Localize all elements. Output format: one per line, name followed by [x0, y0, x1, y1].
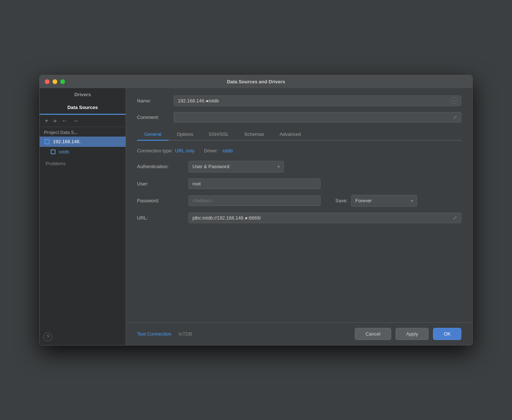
sidebar-section-label: Project Data S... — [40, 127, 126, 137]
test-connection-link[interactable]: Test Connection — [137, 331, 171, 337]
sidebar-problems: Problems — [40, 157, 126, 170]
apply-button[interactable]: Apply — [396, 328, 429, 340]
auth-row: Authentication: User & Password ▾ — [137, 161, 461, 173]
help-button[interactable]: ? — [43, 333, 52, 341]
sidebar-tabs: Drivers Data Sources — [40, 88, 126, 115]
iotdb-label: iotdb — [59, 149, 69, 155]
tab-ssh-ssl[interactable]: SSH/SSL — [201, 128, 236, 141]
conn-type-label: Connection type: — [137, 148, 173, 153]
footer-actions: Cancel Apply OK — [355, 328, 461, 340]
tab-options[interactable]: Options — [169, 128, 201, 141]
name-icon: ○ — [451, 97, 457, 104]
footer-left: Test Connection IoTDB — [137, 331, 192, 337]
driver-label: Driver: — [204, 148, 218, 153]
comment-row: Comment: ⤢ — [137, 112, 461, 123]
tab-schemas[interactable]: Schemas — [237, 128, 271, 141]
auth-dropdown-icon: ▾ — [278, 164, 280, 169]
datasource-icon — [44, 139, 50, 145]
window-controls — [45, 79, 65, 84]
comment-label: Comment: — [137, 115, 174, 120]
dialog: Data Sources and Drivers Drivers Data So… — [39, 75, 473, 345]
connection-type-row: Connection type: URL only Driver: iotdb — [137, 148, 461, 153]
auth-select[interactable]: User & Password ▾ — [188, 161, 284, 173]
footer-bar: Test Connection IoTDB Cancel Apply OK — [126, 322, 472, 345]
sidebar-tab-datasources[interactable]: Data Sources — [40, 101, 126, 115]
driver-value[interactable]: iotdb — [223, 148, 233, 153]
url-expand-icon[interactable]: ⤢ — [453, 215, 457, 221]
auth-label: Authentication: — [137, 164, 188, 169]
dialog-title: Data Sources and Drivers — [227, 79, 285, 84]
save-select[interactable]: Forever ▾ — [351, 195, 417, 207]
maximize-button[interactable] — [60, 79, 65, 84]
user-input[interactable] — [188, 178, 321, 189]
back-button[interactable]: ← — [60, 117, 69, 124]
content-area: Name: ○ Comment: ⤢ — [126, 88, 472, 345]
name-input-wrapper: ○ — [174, 95, 461, 106]
sidebar-tab-drivers[interactable]: Drivers — [40, 88, 126, 101]
close-button[interactable] — [45, 79, 50, 84]
save-value: Forever — [355, 198, 408, 203]
name-input[interactable] — [178, 96, 451, 106]
auth-value: User & Password — [192, 164, 275, 169]
name-label: Name: — [137, 98, 174, 104]
expand-icon[interactable]: ⤢ — [453, 114, 457, 120]
minimize-button[interactable] — [53, 79, 57, 84]
cancel-button[interactable]: Cancel — [355, 328, 391, 340]
save-dropdown-icon: ▾ — [411, 198, 413, 203]
main-body: Drivers Data Sources + » ← → Project Dat… — [40, 88, 472, 345]
datasource-label: 192.168.146. — [53, 139, 81, 144]
password-label: Password: — [137, 198, 188, 203]
forward-double-button[interactable]: » — [52, 117, 58, 124]
sidebar: Drivers Data Sources + » ← → Project Dat… — [40, 88, 126, 345]
comment-input[interactable] — [178, 112, 453, 122]
footer-db-label: IoTDB — [179, 331, 192, 337]
url-input-wrapper: ⤢ — [188, 213, 461, 223]
tab-general[interactable]: General — [137, 128, 169, 141]
sidebar-bottom: ? — [40, 329, 126, 345]
password-input[interactable] — [188, 195, 321, 206]
conn-type-value[interactable]: URL only — [175, 148, 195, 153]
ok-button[interactable]: OK — [433, 328, 461, 340]
url-row: URL: ⤢ — [137, 213, 461, 223]
tab-advanced[interactable]: Advanced — [272, 128, 308, 141]
forward-button[interactable]: → — [71, 117, 80, 124]
save-label: Save: — [335, 198, 347, 203]
user-label: User: — [137, 181, 188, 187]
user-row: User: — [137, 178, 461, 189]
comment-input-wrapper: ⤢ — [174, 112, 461, 123]
sidebar-item-iotdb[interactable]: iotdb — [40, 147, 126, 157]
password-row: Password: Save: Forever ▾ — [137, 195, 461, 207]
form-content: Name: ○ Comment: ⤢ — [126, 88, 472, 322]
url-label: URL: — [137, 215, 188, 221]
title-bar: Data Sources and Drivers — [40, 75, 472, 88]
tab-bar: General Options SSH/SSL Schemas Advanced — [137, 128, 461, 141]
sidebar-item-datasource[interactable]: 192.168.146. — [40, 137, 126, 147]
iotdb-icon — [50, 149, 56, 155]
url-input[interactable] — [192, 213, 453, 223]
name-row: Name: ○ — [137, 95, 461, 106]
sidebar-toolbar: + » ← → — [40, 115, 126, 127]
add-button[interactable]: + — [43, 117, 50, 124]
